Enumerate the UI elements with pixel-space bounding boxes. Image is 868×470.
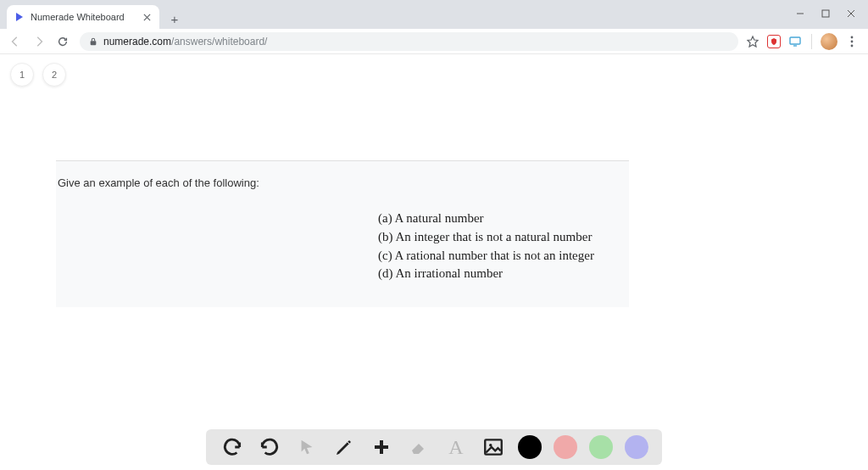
- bookmark-star-icon[interactable]: [745, 34, 760, 49]
- question-list: (a) A natural number (b) An integer that…: [56, 210, 629, 283]
- tab-close-icon[interactable]: [141, 11, 153, 23]
- color-swatch-pink[interactable]: [554, 435, 577, 459]
- browser-tabstrip: Numerade Whiteboard +: [0, 3, 868, 29]
- reload-button[interactable]: [53, 31, 73, 52]
- profile-avatar[interactable]: [821, 33, 837, 50]
- svg-rect-0: [822, 10, 829, 17]
- browser-addressbar: numerade.com/answers/whiteboard/: [0, 29, 868, 54]
- back-button[interactable]: [5, 31, 25, 52]
- window-minimize-icon[interactable]: [795, 8, 805, 19]
- question-item-a: (a) A natural number: [378, 210, 629, 228]
- new-tab-button[interactable]: +: [164, 8, 185, 29]
- page-content: 1 2 Give an example of each of the follo…: [0, 54, 868, 470]
- question-item-b: (b) An integer that is not a natural num…: [378, 228, 629, 247]
- browser-menu-icon[interactable]: [844, 34, 860, 49]
- svg-point-4: [851, 40, 854, 42]
- window-close-icon[interactable]: [846, 8, 856, 19]
- question-prompt: Give an example of each of the following…: [56, 176, 629, 210]
- color-swatch-purple[interactable]: [625, 435, 648, 459]
- tab-favicon: [14, 11, 25, 23]
- whiteboard-tab-1[interactable]: 1: [10, 63, 34, 87]
- question-item-c: (c) A rational number that is not an int…: [378, 247, 629, 266]
- svg-point-5: [851, 44, 854, 47]
- redo-button[interactable]: [257, 434, 282, 460]
- url-path: /answers/whiteboard/: [171, 36, 267, 48]
- browser-tab-active[interactable]: Numerade Whiteboard: [7, 5, 159, 29]
- tab-title: Numerade Whiteboard: [31, 12, 141, 22]
- text-tool[interactable]: A: [443, 434, 469, 460]
- forward-button[interactable]: [29, 31, 49, 52]
- color-swatch-black[interactable]: [518, 435, 542, 459]
- undo-button[interactable]: [220, 434, 245, 460]
- question-card: Give an example of each of the following…: [56, 160, 629, 307]
- lock-icon: [88, 36, 98, 47]
- color-swatch-green[interactable]: [589, 435, 613, 459]
- extension-shield-icon[interactable]: [767, 35, 781, 48]
- whiteboard-toolbar: A: [206, 429, 662, 465]
- question-item-d: (d) An irrational number: [378, 265, 629, 283]
- extension-monitor-icon[interactable]: [787, 34, 803, 49]
- pen-tool[interactable]: [331, 434, 357, 460]
- eraser-tool[interactable]: [406, 434, 431, 460]
- whiteboard-tab-2[interactable]: 2: [42, 63, 66, 87]
- whiteboard-page-tabs: 1 2: [10, 63, 66, 87]
- svg-rect-2: [790, 37, 800, 44]
- add-tool[interactable]: [369, 434, 394, 460]
- window-maximize-icon[interactable]: [821, 8, 831, 19]
- image-tool[interactable]: [481, 434, 506, 460]
- url-input[interactable]: numerade.com/answers/whiteboard/: [80, 32, 738, 51]
- pointer-tool[interactable]: [294, 434, 320, 460]
- svg-rect-1: [91, 41, 97, 45]
- url-domain: numerade.com: [103, 36, 171, 48]
- svg-point-3: [851, 36, 854, 38]
